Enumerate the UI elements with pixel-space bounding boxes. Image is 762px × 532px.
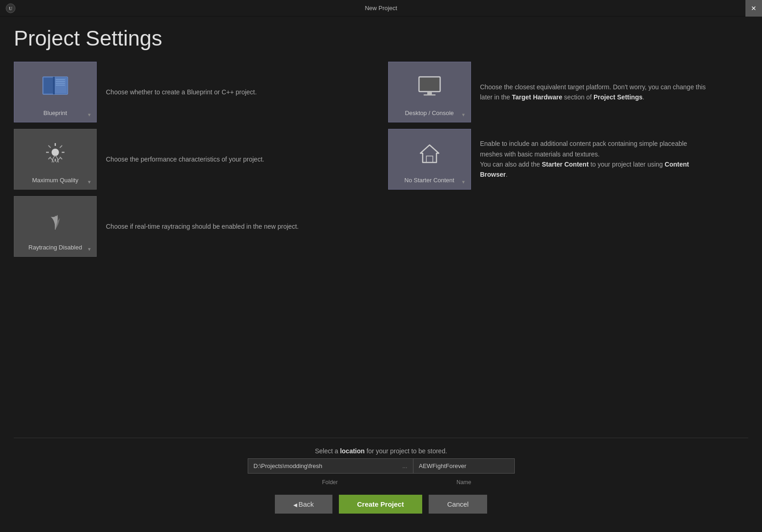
field-labels: Folder Name (247, 477, 515, 486)
desktop-console-row: Desktop / Console ▼ Choose the closest e… (388, 62, 749, 122)
browse-button[interactable]: ... (402, 463, 407, 469)
blueprint-icon (39, 62, 71, 110)
no-starter-content-label: No Starter Content (404, 177, 454, 184)
desktop-description: Choose the closest equivalent target pla… (480, 82, 710, 103)
title-bar: U New Project ✕ (0, 0, 762, 17)
create-project-button[interactable]: Create Project (339, 495, 423, 514)
raytracing-dropdown-icon: ▼ (87, 247, 92, 252)
blueprint-card[interactable]: Blueprint ▼ (14, 62, 97, 122)
action-buttons: Back Create Project Cancel (14, 495, 748, 514)
path-inputs: D:\Projects\modding\fresh ... (248, 458, 515, 474)
folder-label-container: Folder (247, 477, 413, 486)
blueprint-label: Blueprint (43, 110, 67, 116)
svg-rect-4 (54, 78, 67, 93)
max-quality-icon (39, 129, 71, 177)
folder-value: D:\Projects\modding\fresh (254, 463, 399, 469)
location-bold: location (340, 447, 365, 455)
max-quality-description: Choose the performance characteristics o… (106, 155, 374, 164)
folder-input-container: D:\Projects\modding\fresh ... (248, 458, 413, 474)
cancel-button[interactable]: Cancel (429, 495, 487, 514)
name-label-container: Name (413, 477, 515, 486)
name-label: Name (456, 479, 471, 486)
window-title: New Project (365, 5, 397, 12)
raytracing-card[interactable]: Raytracing Disabled ▼ (14, 196, 97, 257)
folder-label: Folder (322, 479, 337, 486)
no-starter-content-row: No Starter Content ▼ Enable to include a… (388, 129, 749, 190)
blueprint-dropdown-icon: ▼ (87, 112, 92, 117)
settings-right: Desktop / Console ▼ Choose the closest e… (388, 62, 749, 438)
raytracing-row: Raytracing Disabled ▼ Choose if real-tim… (14, 196, 374, 257)
ue-logo: U (6, 3, 16, 13)
desktop-icon (413, 62, 446, 110)
location-row: Select a location for your project to be… (14, 447, 748, 486)
starter-content-description: Enable to include an additional content … (480, 139, 710, 180)
folder-input[interactable]: D:\Projects\modding\fresh ... (248, 458, 413, 474)
desktop-console-label: Desktop / Console (405, 110, 454, 116)
blueprint-description: Choose whether to create a Blueprint or … (106, 87, 374, 97)
raytracing-description: Choose if real-time raytracing should be… (106, 222, 374, 231)
svg-rect-3 (44, 78, 54, 93)
starter-content-dropdown-icon: ▼ (461, 179, 466, 185)
location-label: Select a location for your project to be… (315, 447, 447, 455)
project-name-input[interactable] (413, 458, 515, 474)
max-quality-card[interactable]: Maximum Quality ▼ (14, 129, 97, 190)
bottom-section: Select a location for your project to be… (14, 438, 748, 523)
svg-rect-22 (427, 92, 432, 94)
location-suffix: for your project to be stored. (365, 447, 447, 455)
starter-content-icon (413, 129, 446, 177)
svg-text:U: U (9, 6, 12, 11)
max-quality-row: Maximum Quality ▼ Choose the performance… (14, 129, 374, 190)
blueprint-row: Blueprint ▼ Choose whether to create a B… (14, 62, 374, 122)
raytracing-label: Raytracing Disabled (29, 244, 82, 251)
no-starter-content-card[interactable]: No Starter Content ▼ (388, 129, 471, 190)
page-title: Project Settings (14, 26, 748, 51)
max-quality-label: Maximum Quality (32, 177, 78, 184)
name-input-container (413, 458, 515, 474)
svg-rect-23 (424, 94, 436, 96)
svg-rect-21 (420, 78, 439, 91)
max-quality-dropdown-icon: ▼ (87, 179, 92, 185)
desktop-console-card[interactable]: Desktop / Console ▼ (388, 62, 471, 122)
raytracing-icon (39, 197, 71, 244)
svg-marker-24 (420, 145, 439, 162)
main-content: Project Settings (0, 17, 762, 532)
desktop-dropdown-icon: ▼ (461, 112, 466, 117)
settings-left: Blueprint ▼ Choose whether to create a B… (14, 62, 374, 438)
close-button[interactable]: ✕ (745, 0, 762, 17)
svg-point-10 (52, 149, 59, 156)
back-button[interactable]: Back (275, 495, 332, 514)
svg-rect-25 (426, 156, 433, 162)
svg-line-15 (48, 145, 51, 148)
settings-grid: Blueprint ▼ Choose whether to create a B… (14, 62, 748, 438)
svg-rect-9 (53, 77, 55, 94)
svg-line-17 (60, 145, 62, 148)
